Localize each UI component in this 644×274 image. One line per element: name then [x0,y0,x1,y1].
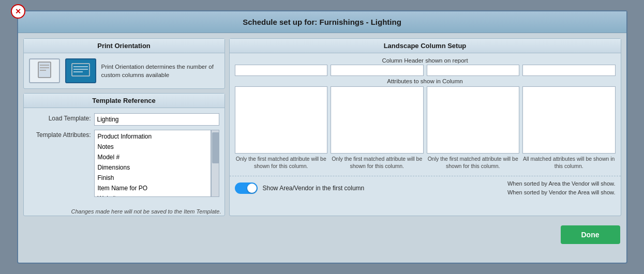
col3-note: Only the first matched attribute will be… [427,156,520,170]
dialog-footer: Done [18,221,626,249]
area-vendor-toggle[interactable] [235,182,258,194]
schedule-setup-dialog: ✕ Schedule set up for: Furnishings - Lig… [17,10,627,264]
area-vendor-note-line2: When sorted by Vendor the Area will show… [507,188,616,197]
list-item[interactable]: Finish [97,173,208,183]
col1-header-input[interactable] [235,65,328,76]
list-item[interactable]: Notes [97,142,208,152]
landscape-setup-panel: Landscape Column Setup Column Header sho… [229,38,621,216]
orientation-description: Print Orientation determines the number … [101,63,219,79]
col-header-inputs-row [235,65,616,76]
svg-rect-6 [73,69,88,70]
svg-rect-5 [73,66,88,67]
attributes-scroll-container: Product Information Notes Model # Dimens… [94,130,219,197]
changes-note: Changes made here will not be saved to t… [24,206,224,216]
list-item[interactable]: Dimensions [97,162,208,173]
area-vendor-note: When sorted by Area the Vendor will show… [507,179,616,196]
col2-header-input[interactable] [331,65,424,76]
svg-rect-7 [73,71,83,72]
template-attributes-row: Template Attributes: Product Information… [29,130,219,197]
load-template-row: Load Template: [29,113,219,126]
orientation-section: Print Orientation determines the number … [24,53,224,88]
col3-textarea[interactable] [427,86,520,154]
col4-header-group [522,65,616,76]
list-item[interactable]: Model # [97,152,208,162]
template-reference-title: Template Reference [24,94,224,108]
col-header-section-label: Column Header shown on report [235,57,616,64]
attributes-scrollbar[interactable] [211,130,219,197]
col4-header-input[interactable] [522,65,616,76]
dialog-body: Print Orientation [18,33,626,221]
template-reference-panel: Template Reference Load Template: Templa… [23,93,225,216]
col4-textarea[interactable] [522,86,616,154]
col2-note: Only the first matched attribute will be… [331,156,424,170]
svg-rect-2 [40,67,49,68]
scrollbar-thumb [212,132,219,163]
portrait-icon [37,61,52,81]
area-vendor-note-line1: When sorted by Area the Vendor will show… [507,179,616,188]
print-orientation-title: Print Orientation [24,39,224,53]
col1-header-group [235,65,328,76]
area-vendor-row: Show Area/Vendor in the first column Whe… [230,176,621,200]
landscape-icon [71,63,91,80]
template-attributes-label: Template Attributes: [29,130,91,139]
load-template-label: Load Template: [29,113,91,122]
list-item[interactable]: Item Name for PO [97,183,208,193]
svg-rect-3 [40,70,46,71]
print-orientation-panel: Print Orientation [23,38,225,89]
landscape-content: Column Header shown on report [230,53,621,174]
area-vendor-label: Show Area/Vendor in the first column [263,185,365,192]
done-button[interactable]: Done [561,225,620,244]
col4-note: All matched attributes will be shown in … [522,156,616,170]
col-header-section: Column Header shown on report [235,57,616,64]
list-item[interactable]: Website [97,193,208,197]
dialog-title: Schedule set up for: Furnishings - Light… [18,11,626,33]
toggle-knob [247,184,257,193]
template-attributes-list[interactable]: Product Information Notes Model # Dimens… [94,130,211,197]
col3-header-group [427,65,520,76]
close-icon: ✕ [15,7,21,16]
load-template-input[interactable] [94,113,219,126]
col3-header-input[interactable] [427,65,520,76]
list-item[interactable]: Product Information [97,131,208,142]
landscape-setup-title: Landscape Column Setup [230,39,621,53]
svg-rect-1 [40,65,49,66]
left-panel: Print Orientation [23,38,225,216]
col-textareas-row [235,86,616,154]
template-ref-content: Load Template: Template Attributes: Prod… [24,108,224,206]
col2-textarea[interactable] [331,86,424,154]
col1-textarea[interactable] [235,86,328,154]
col1-note: Only the first matched attribute will be… [235,156,328,170]
col-notes-row: Only the first matched attribute will be… [235,156,616,170]
col-attrs-label: Attributes to show in Column [235,78,616,84]
close-button[interactable]: ✕ [11,4,25,19]
template-list-inner: Product Information Notes Model # Dimens… [95,130,211,197]
col2-header-group [331,65,424,76]
landscape-button[interactable] [65,58,96,83]
portrait-button[interactable] [29,58,60,83]
